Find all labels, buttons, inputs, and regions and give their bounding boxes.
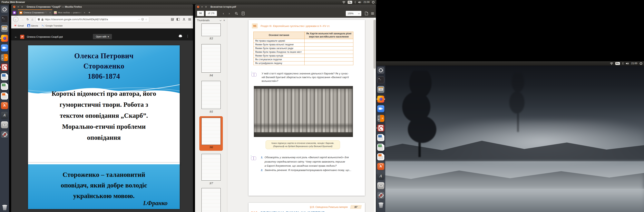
slide1-body: Короткі відомості про автора, його гумор… xyxy=(30,88,178,143)
launcher-files[interactable] xyxy=(377,86,385,93)
keyboard-layout-indicator[interactable]: Ru xyxy=(348,1,352,4)
wifi-icon[interactable] xyxy=(610,62,613,65)
next-page-button[interactable]: › xyxy=(227,12,232,16)
sidebar-close-icon[interactable]: ✕ xyxy=(223,19,225,22)
thumbnail-page-96-selected[interactable] xyxy=(202,118,221,145)
close-button[interactable] xyxy=(197,6,200,8)
launcher-terminal[interactable] xyxy=(0,15,8,23)
launcher-zoom[interactable] xyxy=(377,105,385,113)
back-button[interactable]: ← xyxy=(13,17,18,22)
launcher-disks[interactable] xyxy=(377,182,385,190)
launcher-ubuntu-software[interactable] xyxy=(377,162,385,170)
scrollbar[interactable] xyxy=(373,18,376,212)
launcher-calculator[interactable] xyxy=(377,114,385,122)
launcher-files[interactable] xyxy=(0,25,8,33)
bookmark-translate[interactable]: Google Translate xyxy=(42,24,63,27)
launcher-document-viewer[interactable] xyxy=(0,63,8,71)
thumbnail-page-98[interactable] xyxy=(202,188,221,212)
session-gear-icon[interactable] xyxy=(640,62,642,65)
thumbnail-page-93[interactable] xyxy=(202,24,221,36)
more-options-icon[interactable]: ⋮ xyxy=(186,34,189,38)
launcher-ubuntu-dash[interactable] xyxy=(0,6,8,13)
launcher-firefox[interactable] xyxy=(0,34,8,42)
tab-close-icon[interactable]: × xyxy=(49,11,51,14)
firefox-titlebar[interactable]: Олекса Стороженко "Скарб" — Mozilla Fire… xyxy=(11,4,193,10)
launcher-amazon[interactable] xyxy=(0,111,8,119)
launcher-trash[interactable] xyxy=(0,203,8,211)
menu-hamburger-icon[interactable] xyxy=(371,12,374,15)
launcher-zoom[interactable] xyxy=(0,44,8,52)
launcher-libreoffice-calc[interactable] xyxy=(377,143,385,151)
new-tab-button[interactable]: + xyxy=(88,11,90,15)
print-icon[interactable] xyxy=(179,35,182,38)
preview-back-arrow[interactable]: ← xyxy=(14,35,18,39)
keyboard-layout-indicator[interactable]: Ru xyxy=(616,62,620,65)
scrollbar-thumb[interactable] xyxy=(374,20,376,69)
annotations-icon[interactable] xyxy=(242,12,244,15)
sidebar-toggle-icon[interactable] xyxy=(176,18,180,21)
session-gear-icon[interactable] xyxy=(372,1,375,4)
clock[interactable]: 21:00 xyxy=(364,1,370,4)
thumbnail-page-94[interactable] xyxy=(202,44,221,73)
wifi-icon[interactable] xyxy=(342,1,346,4)
minimize-button[interactable] xyxy=(201,6,204,8)
url-bar[interactable]: https://classroom.google.com/u/0/c/MzkwN… xyxy=(36,17,149,22)
maximize-button[interactable] xyxy=(204,6,207,8)
home-button[interactable]: ⌂ xyxy=(32,18,33,21)
bookmark-gmail[interactable]: Gmail xyxy=(14,24,24,27)
bluetooth-icon[interactable] xyxy=(622,62,624,65)
slides-preview-area[interactable]: Олекса Петрович Стороженко 1806-1874 Кор… xyxy=(11,41,193,212)
thumbnail-page-95[interactable] xyxy=(202,81,221,109)
launcher-libreoffice-impress[interactable] xyxy=(377,153,385,161)
slide-2[interactable]: Стороженко – талановитий оповідач, який … xyxy=(28,163,180,209)
tab-presentation[interactable]: Олекса Стороженко "С × xyxy=(18,10,52,16)
close-button[interactable] xyxy=(13,6,16,8)
launcher-libreoffice-writer[interactable] xyxy=(377,134,385,141)
maximize-button[interactable] xyxy=(21,6,24,8)
launcher-libreoffice-calc[interactable] xyxy=(0,82,8,90)
volume-icon[interactable] xyxy=(358,1,362,4)
launcher-libreoffice-impress[interactable] xyxy=(0,92,8,100)
tab-close-icon[interactable]: × xyxy=(84,11,85,14)
forward-button[interactable]: → xyxy=(21,18,24,21)
page-thumbnail-icon[interactable] xyxy=(365,12,368,15)
tab-second[interactable]: Моя любов — рожевий × xyxy=(52,10,87,16)
bookmark-school[interactable]: Школа xyxy=(27,24,38,27)
pdf-page-area[interactable]: 96 Розділ III. Європейське суспільство і… xyxy=(227,18,376,212)
reload-button[interactable]: ↻ xyxy=(26,18,29,21)
open-with-button[interactable]: Open with ▾ xyxy=(93,34,112,39)
bookmark-star-icon[interactable]: ☆ xyxy=(145,18,147,21)
launcher-trash[interactable] xyxy=(377,201,385,209)
account-icon[interactable] xyxy=(182,18,186,21)
launcher-amazon[interactable] xyxy=(377,172,385,180)
launcher-firefox[interactable] xyxy=(377,95,385,103)
launcher-terminal[interactable] xyxy=(377,76,385,84)
minimize-button[interactable] xyxy=(17,6,20,8)
launcher-ubuntu-dash[interactable] xyxy=(377,66,385,74)
pdf-titlebar[interactable]: Всесвітня історія.pdf xyxy=(195,4,376,10)
clock[interactable]: 21:00 xyxy=(631,62,637,65)
page-number-input[interactable]: 96 xyxy=(197,11,204,16)
slide-1[interactable]: Олекса Петрович Стороженко 1806-1874 Кор… xyxy=(28,45,180,165)
shield-icon[interactable] xyxy=(38,18,40,21)
pinned-tab-icon[interactable] xyxy=(13,11,16,14)
zoom-level-dropdown[interactable]: 100% xyxy=(346,11,362,16)
launcher-calculator[interactable] xyxy=(0,54,8,61)
thumbnail-page-97[interactable] xyxy=(202,154,221,181)
launcher-libreoffice-writer[interactable] xyxy=(0,73,8,81)
library-icon[interactable] xyxy=(171,18,174,21)
app-menu-title[interactable]: Firefox Web Browser xyxy=(2,1,25,4)
launcher-disks[interactable] xyxy=(0,121,8,129)
search-icon[interactable] xyxy=(235,12,238,15)
launcher-system-settings[interactable] xyxy=(377,191,385,199)
menu-hamburger-icon[interactable] xyxy=(188,18,191,21)
chevron-down-icon[interactable] xyxy=(220,19,222,21)
protections-icon[interactable] xyxy=(142,18,144,21)
volume-icon[interactable] xyxy=(626,62,629,65)
launcher-ubuntu-software[interactable] xyxy=(0,102,8,110)
launcher-document-viewer[interactable] xyxy=(377,124,385,132)
launcher-system-settings[interactable] xyxy=(0,131,8,138)
page-actions-icon[interactable]: ⋯ xyxy=(138,18,140,21)
bluetooth-icon[interactable] xyxy=(354,1,356,4)
previous-page-button[interactable]: ‹ xyxy=(221,12,226,16)
